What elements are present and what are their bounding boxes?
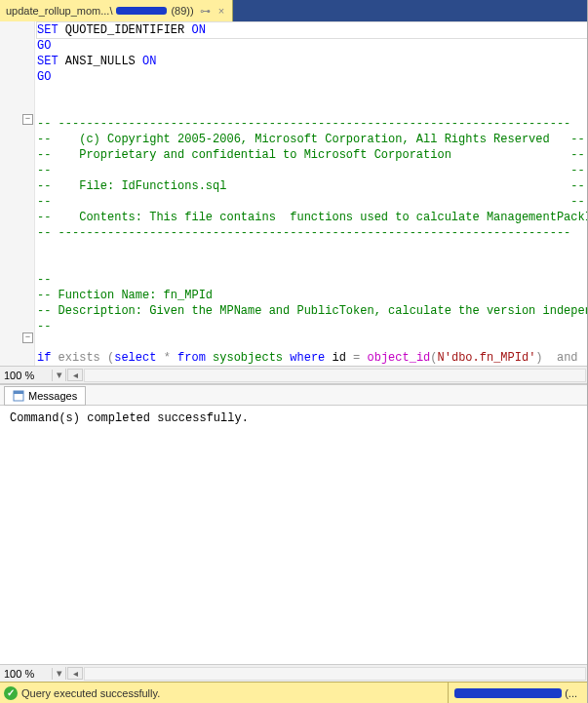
tab-label-redacted [116,7,167,15]
comment: -- Description: Given the MPName and Pub… [37,304,587,318]
comment: -- Proprietary and confidential to Micro… [37,148,585,162]
code-text: exists [51,351,107,365]
tab-bar: update_rollup_mom...\ (89)) ⊶ × [0,0,587,21]
zoom-dropdown-icon[interactable]: ▾ [53,369,66,381]
kw-go: GO [37,70,51,84]
kw-on: ON [142,55,156,68]
zoom-dropdown-icon[interactable]: ▾ [53,667,66,680]
code-text: sysobjects [206,351,290,365]
editor-zoom-row: 100 % ▾ ◂ [0,366,587,383]
code-text: ANSI_NULLS [59,55,142,68]
comment: -- [37,273,51,287]
messages-tab-label: Messages [28,390,77,402]
fold-icon[interactable]: − [22,114,33,125]
pin-icon[interactable]: ⊶ [198,5,213,18]
kw-go: GO [37,39,51,53]
status-suffix: (... [565,687,577,699]
kw-where: where [290,351,325,365]
comment: -- -------------------------------------… [37,226,570,240]
zoom-level[interactable]: 100 % [0,370,53,381]
comment: -- File: IdFunctions.sql -- [37,179,585,193]
comment: -- -------------------------------------… [37,117,570,131]
messages-body[interactable]: Command(s) completed successfully. [0,406,587,664]
code-text: ( [430,351,437,365]
svg-rect-1 [14,391,23,394]
kw-select: select [114,351,156,365]
tab-label-prefix: update_rollup_mom...\ [6,5,112,17]
success-icon: ✓ [4,686,18,700]
comment: -- -- [37,164,585,177]
status-connection: (... [448,683,583,703]
comment: -- [37,320,51,333]
kw-if: if [37,351,51,365]
close-icon[interactable]: × [216,5,226,17]
kw-set: SET [37,23,59,37]
tab-label-suffix: (89)) [171,5,193,17]
comment: -- (c) Copyright 2005-2006, Microsoft Co… [37,133,585,146]
code-text: id [325,351,353,365]
document-tab[interactable]: update_rollup_mom...\ (89)) ⊶ × [0,0,233,21]
code-text: and OB [543,351,587,365]
comment: -- -- [37,195,585,209]
code-area[interactable]: SET QUOTED_IDENTIFIER ON GO SET ANSI_NUL… [35,21,587,366]
status-bar: ✓ Query executed successfully. (... [0,682,587,703]
fold-icon[interactable]: − [22,332,33,343]
code-text: ) [535,351,542,365]
zoom-level[interactable]: 100 % [0,668,53,680]
code-text: * [156,351,177,365]
messages-tab[interactable]: Messages [4,386,86,406]
scroll-left-icon[interactable]: ◂ [67,667,83,680]
kw-from: from [177,351,206,365]
status-redacted [454,688,562,698]
messages-icon [13,390,24,402]
fn-objectid: object_id [360,351,430,365]
scroll-left-icon[interactable]: ◂ [67,369,83,381]
horizontal-scrollbar[interactable] [84,667,586,681]
kw-set: SET [37,55,59,68]
editor-gutter: − − [0,21,35,366]
messages-text: Command(s) completed successfully. [10,411,249,425]
code-editor[interactable]: − − SET QUOTED_IDENTIFIER ON GO SET ANSI… [0,21,587,366]
horizontal-scrollbar[interactable] [84,369,586,382]
code-text: QUOTED_IDENTIFIER [59,23,192,37]
messages-tabbar: Messages [0,384,587,406]
messages-zoom-row: 100 % ▾ ◂ [0,664,587,682]
editor-pane: − − SET QUOTED_IDENTIFIER ON GO SET ANSI… [0,21,587,384]
string-literal: N'dbo.fn_MPId' [438,351,536,365]
status-text: Query executed successfully. [21,687,160,699]
kw-on: ON [191,23,205,37]
comment: -- Contents: This file contains function… [37,211,587,224]
comment: -- Function Name: fn_MPId [37,289,213,302]
